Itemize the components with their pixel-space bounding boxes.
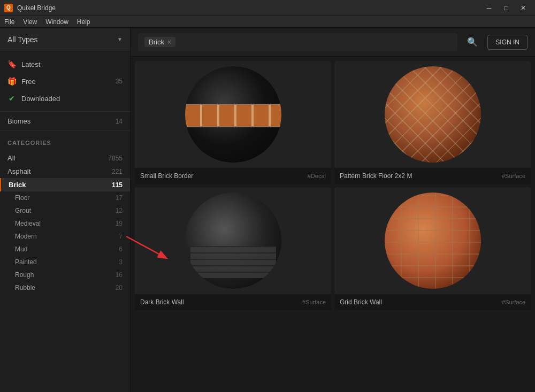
type-dropdown-label: All Types (7, 35, 38, 44)
subcategory-item-rubble[interactable]: Rubble 20 (0, 281, 130, 294)
category-item-all[interactable]: All 7855 (0, 151, 130, 165)
grid-item-footer-1: Small Brick Border #Decal (135, 168, 331, 184)
sidebar-downloaded-label: Downloaded (21, 95, 60, 103)
subcategory-item-rough[interactable]: Rough 16 (0, 268, 130, 281)
menu-view[interactable]: View (23, 18, 37, 26)
category-list: All 7855 Asphalt 221 Brick 115 Floor 17 … (0, 149, 130, 296)
subcategory-name-painted: Painted (15, 258, 37, 266)
subcategory-count-floor: 17 (116, 194, 123, 202)
chevron-down-icon: ▼ (117, 36, 123, 42)
categories-section: CATEGORIES (0, 131, 130, 149)
category-name-brick: Brick (9, 181, 26, 189)
subcategory-name-mud: Mud (15, 245, 27, 253)
sidebar-biomes-count: 14 (116, 118, 123, 125)
categories-heading: CATEGORIES (7, 140, 51, 146)
close-button[interactable]: ✕ (516, 3, 531, 13)
type-dropdown[interactable]: All Types ▼ (0, 28, 130, 51)
category-item-brick[interactable]: Brick 115 (0, 178, 130, 191)
menu-window[interactable]: Window (45, 18, 68, 26)
subcategory-item-modern[interactable]: Modern 7 (0, 230, 130, 243)
sidebar-item-downloaded[interactable]: ✔ Downloaded (0, 90, 130, 107)
sign-in-button[interactable]: SIGN IN (487, 35, 528, 50)
gift-icon: 🎁 (7, 77, 16, 86)
subcategory-item-floor[interactable]: Floor 17 (0, 191, 130, 204)
app-logo: Q (4, 4, 13, 12)
menu-file[interactable]: File (4, 18, 14, 26)
sidebar-latest-label: Latest (21, 60, 40, 68)
window-controls: ─ □ ✕ (482, 3, 531, 13)
sphere-1 (185, 66, 281, 163)
title-bar-left: Q Quixel Bridge (4, 4, 56, 12)
bookmark-icon: 🔖 (7, 60, 16, 68)
sidebar-free-label: Free (21, 78, 36, 86)
grid-item-image-2 (334, 61, 531, 168)
grid-item-image-3 (135, 187, 331, 294)
tag-close-button[interactable]: × (167, 39, 171, 46)
category-name-asphalt: Asphalt (7, 167, 30, 175)
search-button[interactable]: 🔍 (463, 33, 482, 52)
sidebar-biomes-label: Biomes (7, 117, 30, 125)
grid-item-name-4: Grid Brick Wall (340, 298, 382, 306)
grid-item-name-2: Pattern Brick Floor 2x2 M (340, 172, 412, 180)
subcategory-count-medieval: 19 (116, 220, 123, 227)
subcategory-name-grout: Grout (15, 207, 31, 214)
asset-grid: Small Brick Border #Decal Pattern Brick … (131, 57, 535, 392)
app-body: All Types ▼ 🔖 Latest 🎁 Free 35 ✔ Downloa… (0, 28, 535, 392)
subcategory-name-medieval: Medieval (15, 220, 41, 227)
subcategory-count-grout: 12 (116, 207, 123, 214)
sphere-3 (185, 193, 281, 289)
subcategory-item-mud[interactable]: Mud 6 (0, 243, 130, 256)
sidebar-free-count: 35 (116, 78, 123, 85)
grid-item-image-4 (334, 187, 531, 294)
grid-item-tag-2: #Surface (502, 173, 525, 179)
subcategory-item-grout[interactable]: Grout 12 (0, 204, 130, 217)
grid-item-tag-4: #Surface (502, 299, 525, 305)
subcategory-count-mud: 6 (119, 245, 123, 253)
search-icon: 🔍 (467, 37, 478, 47)
grid-item-name-1: Small Brick Border (140, 172, 193, 180)
subcategory-count-painted: 3 (119, 258, 123, 266)
subcategory-item-painted[interactable]: Painted 3 (0, 256, 130, 268)
grid-item-tag-3: #Surface (302, 299, 326, 305)
grid-item-name-3: Dark Brick Wall (140, 298, 184, 306)
grid-item-grid-brick[interactable]: Grid Brick Wall #Surface (334, 187, 531, 310)
grid-item-tag-1: #Decal (308, 173, 326, 179)
search-tags-container: Brick × (138, 33, 457, 51)
grid-item-small-brick-border[interactable]: Small Brick Border #Decal (135, 61, 331, 184)
app-title: Quixel Bridge (17, 4, 56, 12)
grid-item-dark-brick[interactable]: Dark Brick Wall #Surface (135, 187, 331, 310)
search-tag-label: Brick (149, 38, 164, 46)
subcategory-count-rough: 16 (116, 271, 123, 279)
menu-help[interactable]: Help (77, 18, 90, 26)
subcategory-name-floor: Floor (15, 194, 29, 202)
grid-item-footer-2: Pattern Brick Floor 2x2 M #Surface (334, 168, 531, 184)
sidebar-nav: 🔖 Latest 🎁 Free 35 ✔ Downloaded (0, 51, 130, 112)
category-count-all: 7855 (108, 155, 123, 162)
sidebar: All Types ▼ 🔖 Latest 🎁 Free 35 ✔ Downloa… (0, 28, 131, 392)
sphere-4 (385, 193, 481, 289)
category-name-all: All (7, 154, 15, 162)
grid-item-image-1 (135, 61, 331, 168)
maximize-button[interactable]: □ (499, 3, 514, 13)
subcategory-name-rough: Rough (15, 271, 34, 279)
grid-item-footer-3: Dark Brick Wall #Surface (135, 294, 331, 310)
sidebar-item-latest[interactable]: 🔖 Latest (0, 56, 130, 73)
grid-item-footer-4: Grid Brick Wall #Surface (334, 294, 531, 310)
minimize-button[interactable]: ─ (482, 3, 496, 13)
sidebar-item-biomes[interactable]: Biomes 14 (0, 112, 130, 131)
sidebar-item-free[interactable]: 🎁 Free 35 (0, 73, 130, 90)
search-tag-brick: Brick × (144, 37, 175, 47)
sphere-2 (385, 66, 481, 163)
title-bar: Q Quixel Bridge ─ □ ✕ (0, 0, 535, 16)
grid-item-pattern-brick-floor[interactable]: Pattern Brick Floor 2x2 M #Surface (334, 61, 531, 184)
main-content: Brick × 🔍 SIGN IN Small Brick Border #De… (131, 28, 535, 392)
subcategory-item-medieval[interactable]: Medieval 19 (0, 217, 130, 230)
subcategory-name-rubble: Rubble (15, 284, 35, 291)
category-count-asphalt: 221 (112, 168, 123, 175)
category-item-asphalt[interactable]: Asphalt 221 (0, 165, 130, 178)
menu-bar: File View Window Help (0, 16, 535, 28)
subcategory-name-modern: Modern (15, 233, 37, 240)
category-count-brick: 115 (112, 181, 123, 189)
check-circle-icon: ✔ (7, 94, 16, 103)
search-bar: Brick × 🔍 SIGN IN (131, 28, 535, 57)
